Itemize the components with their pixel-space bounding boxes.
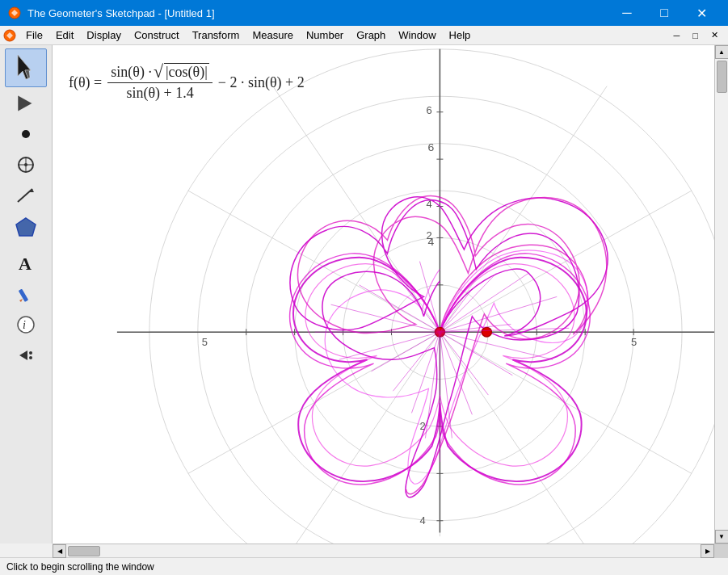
close-button[interactable]: ✕ [683,0,720,26]
menu-construct[interactable]: Construct [128,26,186,44]
menu-measure[interactable]: Measure [246,26,300,44]
svg-point-17 [18,317,34,333]
inner-close-button[interactable]: ✕ [705,26,725,44]
point-tool[interactable] [5,120,47,149]
svg-line-73 [331,304,440,332]
svg-point-27 [149,49,714,544]
svg-point-20 [29,351,32,355]
scrollbar-corner [714,544,728,558]
svg-marker-5 [18,95,32,111]
svg-rect-15 [19,289,28,302]
title-bar-controls: ─ □ ✕ [608,0,720,26]
menu-bar: File Edit Display Construct Transform Me… [0,26,728,45]
svg-point-6 [22,130,30,138]
move-tool[interactable] [5,89,47,118]
polar-curve [290,196,608,497]
compass-tool[interactable] [5,150,47,179]
polygon-tool[interactable] [5,212,47,247]
x-tick-5-pos: 5 [631,336,637,348]
canvas-area[interactable]: 6 4 6 4 2 2 4 5 5 [53,45,714,544]
text-tool[interactable]: A [5,249,47,278]
menu-transform[interactable]: Transform [186,26,246,44]
menu-graph[interactable]: Graph [350,26,392,44]
svg-line-58 [440,273,528,332]
svg-text:A: A [19,254,32,273]
menu-window[interactable]: Window [392,26,442,44]
main: A i [0,45,728,557]
scroll-thumb-horizontal[interactable] [68,546,100,556]
menu-file[interactable]: File [19,26,49,44]
x-tick-5-neg: 5 [202,336,208,348]
scroll-track-vertical [715,59,728,530]
polar-grid [149,49,714,544]
svg-line-32 [440,191,692,332]
title-bar-title: The Geometer's Sketchpad - [Untitled 1] [27,7,215,19]
svg-line-59 [440,296,557,332]
status-text: Click to begin scrolling the window [6,561,154,573]
toolbar: A i [0,45,53,544]
svg-marker-19 [19,350,27,360]
svg-marker-13 [16,218,36,236]
svg-line-63 [440,332,488,395]
svg-line-33 [440,332,692,473]
svg-line-56 [440,289,472,333]
title-bar: The Geometer's Sketchpad - [Untitled 1] … [0,0,728,26]
scroll-up-button[interactable]: ▲ [715,45,729,59]
scroll-thumb-vertical[interactable] [717,61,727,93]
scroll-left-button[interactable]: ◀ [53,544,66,558]
svg-line-75 [391,269,440,332]
minimize-button[interactable]: ─ [608,0,646,26]
inner-min-button[interactable]: ─ [667,26,687,44]
polar-radial-lines [149,49,714,544]
svg-line-35 [188,332,440,473]
inner-max-button[interactable]: □ [686,26,705,44]
bottom-scrollbar: ◀ ▶ [53,544,728,557]
svg-point-21 [29,356,32,359]
work-area: A i [0,45,728,544]
menu-number[interactable]: Number [300,26,350,44]
menu-app-icon [3,29,16,42]
select-tool[interactable] [5,48,47,87]
custom-tool[interactable] [5,341,47,370]
line-tool[interactable] [5,181,47,210]
y-tick-6-pos: 6 [426,104,431,116]
scroll-track-horizontal [66,544,701,557]
y-tick-2-pos: 2 [426,230,431,242]
marker-tool[interactable] [5,279,47,308]
svg-text:i: i [23,319,26,331]
control-point-2[interactable] [482,327,491,337]
scroll-right-button[interactable]: ▶ [701,544,714,558]
svg-line-71 [339,332,440,359]
menu-edit[interactable]: Edit [49,26,80,44]
maximize-button[interactable]: □ [646,0,683,26]
y-label-6: 6 [427,142,434,154]
svg-marker-16 [19,299,23,302]
menu-help[interactable]: Help [443,26,478,44]
status-bar: Click to begin scrolling the window [0,557,728,575]
app-icon [8,6,21,19]
right-scrollbar: ▲ ▼ [714,45,728,544]
y-tick-4-neg: 4 [419,514,425,527]
menu-display[interactable]: Display [80,26,128,44]
info-tool[interactable]: i [5,310,47,339]
svg-line-11 [18,189,32,202]
scroll-down-button[interactable]: ▼ [715,530,729,544]
title-bar-left: The Geometer's Sketchpad - [Untitled 1] [8,6,215,19]
